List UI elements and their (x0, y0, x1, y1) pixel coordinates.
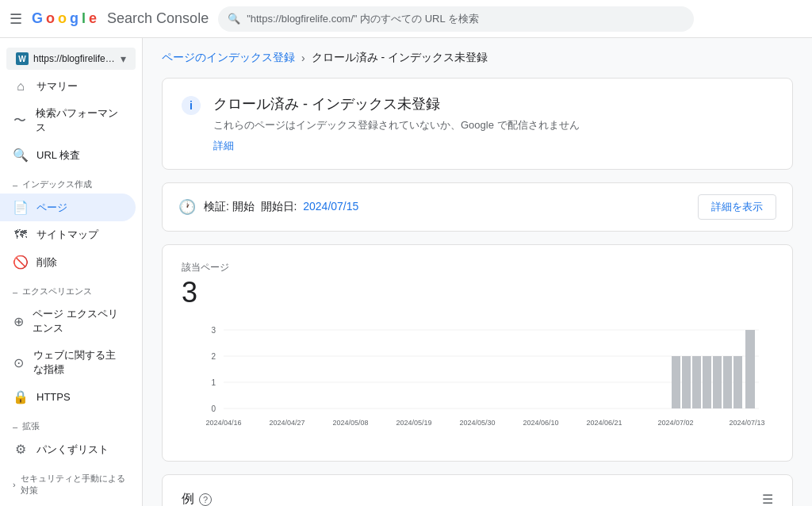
app-logo: Google Search Console (32, 10, 209, 27)
svg-text:2024/05/19: 2024/05/19 (396, 419, 431, 427)
examples-title: 例 ? (182, 491, 212, 506)
sidebar-item-label: 検索パフォーマンス (36, 106, 123, 135)
status-date: 2024/07/15 (303, 200, 358, 213)
svg-text:2024/04/16: 2024/04/16 (205, 419, 241, 427)
nav-section-extensions: – 拡張 (0, 411, 142, 435)
svg-text:2: 2 (211, 352, 216, 361)
status-card: 🕐 検証: 開始 開始日: 2024/07/15 詳細を表示 (162, 182, 793, 232)
info-description: これらのページはインデックス登録されていないか、Google で配信されません (213, 118, 580, 132)
expand-icon[interactable]: – (13, 422, 17, 431)
svg-text:1: 1 (211, 378, 216, 387)
chart-svg: 3 2 1 0 2024/04/16 20 (182, 322, 773, 449)
chart-card: 該当ページ 3 3 2 1 0 (162, 244, 793, 462)
site-selector[interactable]: W https://blogfirelife.c... ▾ (6, 48, 136, 70)
menu-icon[interactable]: ☰ (10, 10, 22, 28)
detail-button[interactable]: 詳細を表示 (698, 194, 776, 220)
svg-text:2024/05/08: 2024/05/08 (332, 419, 368, 427)
sidebar-item-pages[interactable]: 📄 ページ (0, 194, 136, 221)
nav-section-index: – インデックス作成 (0, 169, 142, 194)
sidebar-item-label: ページ (36, 201, 67, 215)
sidebar: W https://blogfirelife.c... ▾ ⌂ サマリー 〜 検… (0, 38, 143, 506)
sidebar-item-label: サイトマップ (36, 228, 98, 242)
expand-icon[interactable]: – (13, 287, 17, 297)
svg-text:2024/07/02: 2024/07/02 (657, 419, 693, 427)
sidebar-item-page-experience[interactable]: ⊕ ページ エクスペリエンス (0, 301, 136, 342)
sidebar-item-https[interactable]: 🔒 HTTPS (0, 383, 136, 411)
svg-rect-14 (733, 356, 742, 408)
info-detail-link[interactable]: 詳細 (213, 140, 234, 151)
wordpress-icon: W (16, 52, 29, 65)
vitals-icon: ⊙ (13, 355, 25, 370)
sidebar-item-remove[interactable]: 🚫 削除 (0, 248, 136, 276)
sidebar-item-core-web-vitals[interactable]: ⊙ ウェブに関する主な指標 (0, 342, 136, 383)
svg-rect-13 (723, 356, 732, 408)
main-content: ページのインデックス登録 › クロール済み - インデックス未登録 i クロール… (143, 38, 812, 506)
svg-rect-11 (703, 356, 711, 408)
breadcrumb-icon: ⚙ (13, 442, 29, 457)
pages-icon: 📄 (13, 200, 29, 215)
svg-rect-15 (745, 330, 755, 408)
info-title: クロール済み - インデックス未登録 (213, 94, 580, 113)
sidebar-item-label: HTTPS (36, 391, 71, 403)
svg-text:3: 3 (211, 326, 216, 335)
svg-text:2024/06/21: 2024/06/21 (586, 419, 622, 427)
expand-icon[interactable]: – (13, 180, 17, 190)
search-icon: 🔍 (13, 148, 29, 163)
info-card: i クロール済み - インデックス未登録 これらのページはインデックス登録されて… (162, 78, 793, 170)
lock-icon: 🔒 (13, 389, 29, 404)
sidebar-item-label: ページ エクスペリエンス (33, 307, 123, 335)
main-layout: W https://blogfirelife.c... ▾ ⌂ サマリー 〜 検… (0, 38, 812, 506)
svg-rect-10 (692, 356, 701, 408)
svg-rect-8 (672, 356, 680, 408)
sidebar-item-breadcrumb[interactable]: ⚙ パンくずリスト (0, 435, 136, 463)
site-selector-text: https://blogfirelife.c... (33, 53, 116, 64)
breadcrumb-parent[interactable]: ページのインデックス登録 (162, 51, 295, 65)
search-icon: 🔍 (228, 13, 240, 25)
sidebar-item-sitemap[interactable]: 🗺 サイトマップ (0, 221, 136, 248)
breadcrumb-current: クロール済み - インデックス未登録 (312, 51, 488, 65)
sidebar-item-url-check[interactable]: 🔍 URL 検査 (0, 141, 136, 169)
breadcrumb-separator: › (301, 52, 305, 64)
sidebar-item-label: サマリー (36, 79, 78, 94)
sidebar-item-label: ウェブに関する主な指標 (33, 348, 123, 377)
sitemap-icon: 🗺 (13, 228, 29, 242)
examples-header: 例 ? ☰ (182, 491, 773, 506)
sidebar-item-summary[interactable]: ⌂ サマリー (0, 73, 136, 100)
status-left: 🕐 検証: 開始 開始日: 2024/07/15 (178, 198, 358, 216)
svg-text:2024/05/30: 2024/05/30 (459, 419, 495, 427)
svg-rect-9 (682, 356, 691, 408)
home-icon: ⌂ (13, 79, 29, 94)
app-title: Search Console (107, 10, 209, 27)
info-icon: i (182, 96, 201, 115)
breadcrumb: ページのインデックス登録 › クロール済み - インデックス未登録 (162, 51, 793, 65)
filter-icon[interactable]: ☰ (762, 492, 773, 506)
svg-text:2024/07/13: 2024/07/13 (729, 419, 764, 427)
sidebar-item-search-performance[interactable]: 〜 検索パフォーマンス (0, 100, 136, 141)
clock-icon: 🕐 (178, 198, 196, 216)
nav-section-experience: – エクスペリエンス (0, 276, 142, 301)
remove-icon: 🚫 (13, 255, 29, 270)
search-bar-text: "https://blogfirelife.com/" 内のすべての URL を… (247, 12, 479, 26)
svg-text:0: 0 (211, 404, 216, 413)
chevron-down-icon: ▾ (121, 52, 126, 65)
svg-rect-12 (713, 356, 722, 408)
app-header: ☰ Google Search Console 🔍 "https://blogf… (0, 0, 812, 38)
chart-section-label: 該当ページ (182, 261, 773, 274)
info-content: クロール済み - インデックス未登録 これらのページはインデックス登録されていな… (213, 94, 580, 153)
svg-text:2024/06/10: 2024/06/10 (523, 419, 558, 427)
experience-icon: ⊕ (13, 314, 25, 329)
performance-icon: 〜 (13, 113, 28, 129)
status-text: 検証: 開始 開始日: 2024/07/15 (204, 200, 358, 214)
sidebar-item-label: 削除 (36, 255, 57, 270)
search-bar[interactable]: 🔍 "https://blogfirelife.com/" 内のすべての URL… (218, 6, 694, 32)
chart-value: 3 (182, 276, 773, 309)
nav-section-security: › セキュリティと手動による対策 (0, 463, 142, 500)
nav-section-tools: › 以前のツールとレポート (0, 500, 142, 506)
sidebar-item-label: URL 検査 (36, 148, 80, 163)
svg-text:2024/04/27: 2024/04/27 (269, 419, 304, 427)
sidebar-item-label: パンくずリスト (36, 443, 109, 457)
help-icon[interactable]: ? (199, 493, 212, 506)
examples-card: 例 ? ☰ URL ↓ ↓ 前回のクロール https://blogfireli… (162, 474, 793, 506)
expand-icon[interactable]: › (13, 480, 16, 489)
